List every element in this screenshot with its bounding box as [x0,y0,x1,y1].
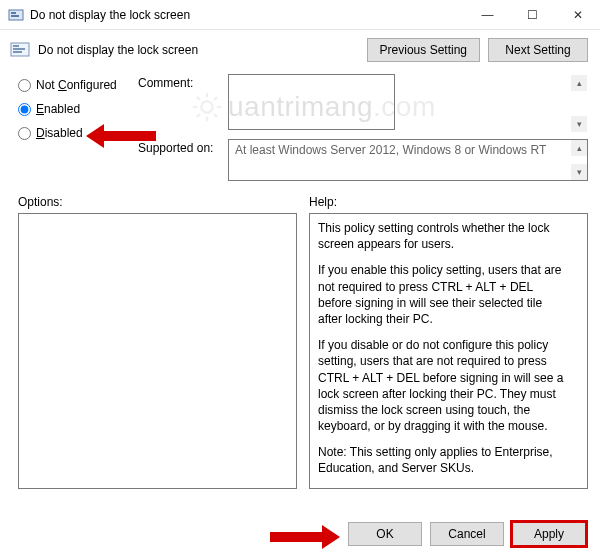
help-box: This policy setting controls whether the… [309,213,588,489]
close-button[interactable]: ✕ [555,0,600,29]
radio-not-configured-label: Not Configured [36,78,117,92]
scroll-down-icon[interactable]: ▾ [571,164,587,180]
nav-buttons: Previous Setting Next Setting [367,38,588,62]
options-label: Options: [18,195,297,209]
supported-scrollbar[interactable]: ▴ ▾ [571,140,587,180]
scroll-down-icon[interactable]: ▾ [571,116,587,132]
annotation-arrow-ok [270,524,340,550]
policy-icon [10,41,32,59]
config-section: Not Configured Enabled Disabled Comment:… [0,68,600,191]
radio-not-configured-input[interactable] [18,79,31,92]
radio-disabled-label: Disabled [36,126,83,140]
svg-rect-5 [13,48,25,50]
apply-button[interactable]: Apply [512,522,586,546]
comment-scrollbar[interactable]: ▴ ▾ [571,75,587,132]
window-title: Do not display the lock screen [30,8,465,22]
window-controls: — ☐ ✕ [465,0,600,29]
options-box [18,213,297,489]
radio-enabled[interactable]: Enabled [18,102,138,116]
svg-rect-6 [13,51,22,53]
supported-on-label: Supported on: [138,139,228,181]
help-label: Help: [309,195,588,209]
policy-title: Do not display the lock screen [38,43,367,57]
help-para: Note: This setting only applies to Enter… [318,444,569,476]
help-para: If you enable this policy setting, users… [318,262,569,327]
previous-setting-button[interactable]: Previous Setting [367,38,480,62]
svg-rect-4 [13,45,19,47]
help-para: If you disable or do not configure this … [318,337,569,434]
comment-label: Comment: [138,74,228,133]
maximize-button[interactable]: ☐ [510,0,555,29]
svg-rect-2 [11,15,19,17]
scroll-up-icon[interactable]: ▴ [571,140,587,156]
help-para: This policy setting controls whether the… [318,220,569,252]
policy-app-icon [8,7,24,23]
state-radio-group: Not Configured Enabled Disabled [18,74,138,187]
dialog-buttons: OK Cancel Apply [348,522,586,546]
radio-enabled-input[interactable] [18,103,31,116]
cancel-button[interactable]: Cancel [430,522,504,546]
titlebar: Do not display the lock screen — ☐ ✕ [0,0,600,30]
scroll-up-icon[interactable]: ▴ [571,75,587,91]
radio-not-configured[interactable]: Not Configured [18,78,138,92]
comment-textarea[interactable] [228,74,395,130]
supported-on-value: At least Windows Server 2012, Windows 8 … [228,139,588,181]
details-section: Options: Help: This policy setting contr… [0,191,600,489]
ok-button[interactable]: OK [348,522,422,546]
svg-rect-1 [11,12,16,14]
radio-disabled-input[interactable] [18,127,31,140]
svg-marker-8 [270,525,340,549]
minimize-button[interactable]: — [465,0,510,29]
header-row: Do not display the lock screen Previous … [0,30,600,68]
radio-disabled[interactable]: Disabled [18,126,138,140]
next-setting-button[interactable]: Next Setting [488,38,588,62]
radio-enabled-label: Enabled [36,102,80,116]
